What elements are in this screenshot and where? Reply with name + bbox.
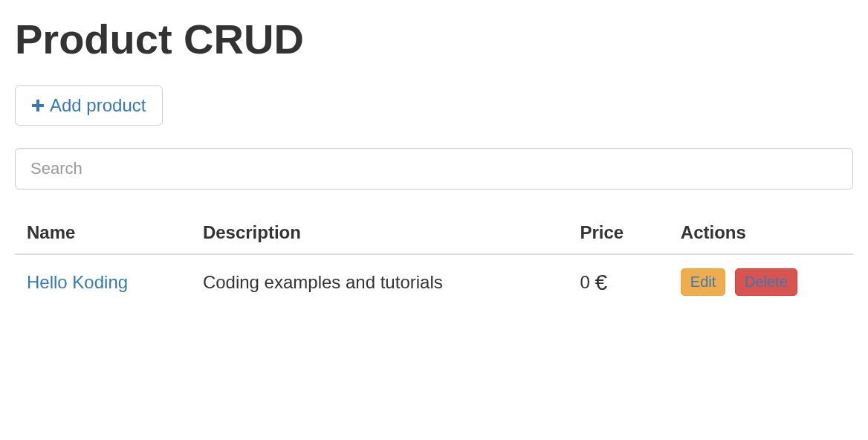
product-name-link[interactable]: Hello Koding: [27, 272, 128, 292]
product-price: 0 €: [568, 254, 668, 309]
product-table: Name Description Price Actions Hello Kod…: [15, 212, 853, 309]
search-input[interactable]: [15, 148, 853, 190]
column-header-actions: Actions: [669, 212, 853, 254]
currency-symbol: €: [595, 270, 608, 294]
page-title: Product CRUD: [15, 15, 853, 63]
plus-icon: [32, 100, 44, 111]
column-header-description: Description: [191, 212, 569, 254]
edit-button[interactable]: Edit: [681, 268, 725, 296]
column-header-name: Name: [15, 212, 191, 254]
column-header-price: Price: [568, 212, 668, 254]
svg-rect-1: [32, 104, 44, 107]
table-row: Hello Koding Coding examples and tutoria…: [15, 254, 853, 309]
delete-button[interactable]: Delete: [735, 268, 797, 296]
product-description: Coding examples and tutorials: [191, 254, 569, 309]
add-product-button[interactable]: Add product: [15, 85, 163, 126]
add-product-label: Add product: [50, 95, 146, 116]
